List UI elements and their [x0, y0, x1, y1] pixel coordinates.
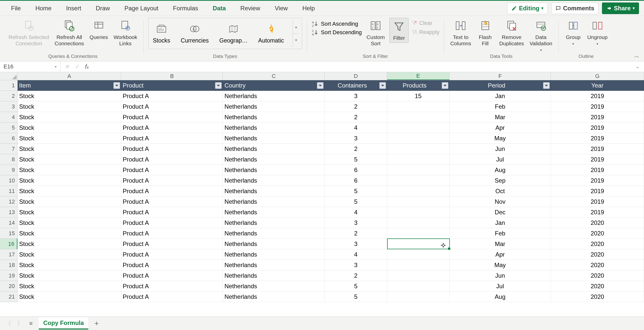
menu-tab-draw[interactable]: Draw	[95, 2, 111, 14]
cell[interactable]: Product A	[121, 228, 223, 239]
cell[interactable]	[387, 270, 450, 281]
cell[interactable]: Netherlands	[223, 218, 325, 228]
data-types-scroll-up[interactable]: ▴	[293, 20, 299, 34]
cell[interactable]: 4	[325, 207, 387, 218]
cell[interactable]: Stock	[18, 292, 121, 302]
cell[interactable]: 2019	[551, 101, 644, 112]
row-header-3[interactable]: 3	[0, 101, 17, 112]
header-cell-product[interactable]: Product	[121, 80, 223, 91]
cell[interactable]: Netherlands	[223, 154, 325, 165]
custom-sort-button[interactable]: AZAZ Custom Sort	[364, 18, 387, 48]
menu-tab-review[interactable]: Review	[239, 2, 261, 14]
cell[interactable]: 2020	[551, 270, 644, 281]
cell[interactable]: Stock	[18, 122, 121, 133]
cell[interactable]	[387, 260, 450, 270]
cell[interactable]: Stock	[18, 196, 121, 207]
cell[interactable]: Product A	[121, 144, 223, 154]
sheet-nav-prev[interactable]: 〈	[5, 319, 11, 327]
filter-dropdown-products[interactable]	[442, 82, 448, 89]
cell[interactable]: Mar	[450, 239, 551, 249]
cell[interactable]: 2	[325, 270, 387, 281]
queries-button[interactable]: Queries	[88, 18, 110, 41]
cell[interactable]: Product A	[121, 249, 223, 260]
cell[interactable]: Netherlands	[223, 101, 325, 112]
menu-tab-page-layout[interactable]: Page Layout	[124, 2, 159, 14]
cell[interactable]: Stock	[18, 228, 121, 239]
cell[interactable]: 2019	[551, 175, 644, 186]
data-types-gallery[interactable]: Stocks $ Currencies Geograp… Automatic	[148, 18, 302, 49]
cell[interactable]: 5	[325, 186, 387, 196]
row-header-16[interactable]: 16	[0, 239, 17, 249]
cell[interactable]	[387, 154, 450, 165]
cell[interactable]: Stock	[18, 133, 121, 144]
cell[interactable]: Aug	[450, 292, 551, 302]
cell[interactable]: Jul	[450, 281, 551, 292]
cell[interactable]: Netherlands	[223, 186, 325, 196]
cell[interactable]: 3	[325, 91, 387, 101]
sort-descending-button[interactable]: ZA Sort Descending	[311, 29, 362, 36]
cell[interactable]: 2019	[551, 186, 644, 196]
cell[interactable]	[387, 239, 450, 249]
cell[interactable]: Aug	[450, 165, 551, 175]
cell[interactable]: 2019	[551, 207, 644, 218]
cell[interactable]: Nov	[450, 196, 551, 207]
cell[interactable]: 2020	[551, 218, 644, 228]
sort-ascending-button[interactable]: AZ Sort Ascending	[311, 20, 358, 27]
cell[interactable]: Stock	[18, 218, 121, 228]
filter-button[interactable]: Filter	[389, 18, 409, 43]
cell[interactable]	[387, 228, 450, 239]
cell[interactable]: Product A	[121, 91, 223, 101]
row-header-6[interactable]: 6	[0, 133, 17, 144]
cell[interactable]: Netherlands	[223, 249, 325, 260]
header-cell-year[interactable]: Year	[551, 80, 644, 91]
cell[interactable]: Product A	[121, 175, 223, 186]
cell[interactable]: Mar	[450, 112, 551, 122]
formula-bar-expand[interactable]: ⌄	[631, 64, 644, 69]
cell[interactable]: 3	[325, 218, 387, 228]
editing-mode-button[interactable]: Editing ▾	[507, 3, 548, 14]
comments-button[interactable]: Comments	[551, 3, 598, 14]
cell[interactable]: 6	[325, 165, 387, 175]
cell[interactable]: 2019	[551, 91, 644, 101]
menu-tab-data[interactable]: Data	[212, 2, 227, 14]
cell[interactable]: 2	[325, 144, 387, 154]
all-sheets-button[interactable]: ≡	[29, 320, 33, 327]
cell[interactable]: Netherlands	[223, 165, 325, 175]
row-header-18[interactable]: 18	[0, 260, 17, 270]
cell[interactable]: Product A	[121, 186, 223, 196]
cell[interactable]: Netherlands	[223, 91, 325, 101]
cell[interactable]	[387, 144, 450, 154]
data-type-geography[interactable]: Geograp…	[217, 23, 250, 44]
spreadsheet-grid[interactable]: ABCDEFG 12345678910111213141516171819202…	[0, 72, 644, 316]
remove-duplicates-button[interactable]: Remove Duplicates	[498, 18, 526, 48]
cell[interactable]	[387, 101, 450, 112]
cell[interactable]: Product A	[121, 112, 223, 122]
ribbon-collapse-button[interactable]: ︿	[634, 52, 639, 60]
chevron-down-icon[interactable]: ▾	[55, 65, 57, 69]
header-cell-containers[interactable]: Containers	[325, 80, 387, 91]
cell[interactable]: Jun	[450, 270, 551, 281]
cell[interactable]: 2019	[551, 165, 644, 175]
cell[interactable]: Feb	[450, 228, 551, 239]
cell[interactable]: 2020	[551, 292, 644, 302]
cell[interactable]: Netherlands	[223, 112, 325, 122]
column-header-E[interactable]: E	[387, 72, 450, 80]
cell[interactable]: Jan	[450, 91, 551, 101]
refresh-all-button[interactable]: Refresh All Connections	[53, 18, 86, 48]
row-header-1[interactable]: 1	[0, 80, 17, 91]
cell[interactable]: 3	[325, 133, 387, 144]
menu-tab-view[interactable]: View	[274, 2, 289, 14]
cell[interactable]: 2020	[551, 249, 644, 260]
row-header-19[interactable]: 19	[0, 270, 17, 281]
cell[interactable]: Product A	[121, 260, 223, 270]
cell[interactable]: Netherlands	[223, 144, 325, 154]
column-header-G[interactable]: G	[551, 72, 644, 80]
cell[interactable]: Stock	[18, 270, 121, 281]
cell[interactable]: Stock	[18, 175, 121, 186]
cell[interactable]: May	[450, 260, 551, 270]
cell[interactable]: Product A	[121, 218, 223, 228]
cell[interactable]: Jun	[450, 144, 551, 154]
row-header-2[interactable]: 2	[0, 91, 17, 101]
cell[interactable]: 2019	[551, 196, 644, 207]
cell[interactable]: 2	[325, 101, 387, 112]
